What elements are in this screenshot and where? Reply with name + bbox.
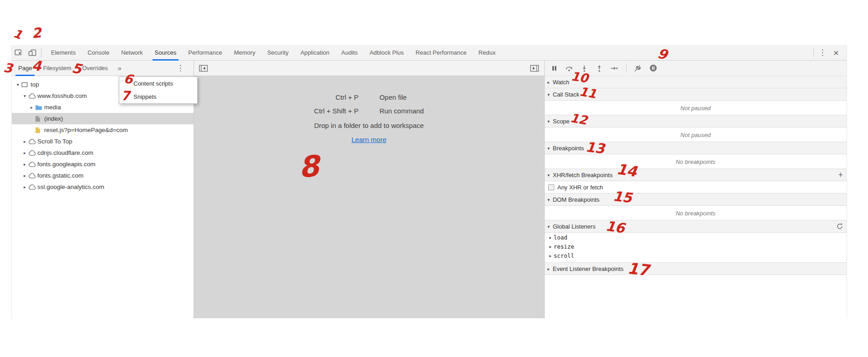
chevron-right-icon[interactable]: ▸ <box>28 105 35 110</box>
refresh-global-listeners-button[interactable] <box>837 223 843 230</box>
editor-placeholder: Ctrl + POpen fileCtrl + Shift + PRun com… <box>194 76 544 318</box>
section-placeholder: No breakpoints <box>545 154 847 169</box>
tab-security[interactable]: Security <box>261 45 295 61</box>
device-toolbar-button[interactable] <box>26 46 39 59</box>
step-out-icon <box>596 65 602 72</box>
devtools-close-button[interactable]: × <box>829 46 843 59</box>
debugger-toolbar-divider <box>626 64 627 73</box>
chevron-down-icon[interactable]: ▾ <box>21 93 28 98</box>
chevron-right-icon[interactable]: ▸ <box>21 150 28 155</box>
chevron-down-icon[interactable]: ▾ <box>15 82 21 87</box>
frame-icon <box>21 82 31 87</box>
shortcut-action: Run command <box>379 107 424 115</box>
refresh-icon <box>837 223 843 230</box>
tree-item-index[interactable]: (index) <box>12 113 194 124</box>
pause-button[interactable] <box>549 63 559 73</box>
listener-label: load <box>554 234 567 241</box>
tab-memory[interactable]: Memory <box>228 45 261 61</box>
chevron-right-icon[interactable]: ▸ <box>21 162 28 167</box>
tree-item-fonts-googleapis-com[interactable]: ▸fonts.googleapis.com <box>12 158 194 170</box>
kebab-menu-icon: ⋮ <box>819 49 827 56</box>
more-navigator-tabs-button[interactable]: » <box>113 65 126 72</box>
tab-adblock-plus[interactable]: Adblock Plus <box>363 45 409 61</box>
editor-tab-bar <box>194 61 544 76</box>
listener-load[interactable]: ▸load <box>545 233 847 242</box>
cloud-icon <box>28 173 37 178</box>
tree-item-ssl-google-analytics-com[interactable]: ▸ssl.google-analytics.com <box>12 181 194 193</box>
chevron-right-icon: ▸ <box>547 253 554 258</box>
tab-console[interactable]: Console <box>82 45 115 61</box>
folder-icon <box>35 104 44 110</box>
cloud-icon <box>28 150 37 156</box>
tree-item-scroll-to-top[interactable]: ▸Scroll To Top <box>12 136 194 147</box>
shortcut-action: Open file <box>379 93 424 101</box>
tree-item-cdnjs-cloudflare-com[interactable]: ▸cdnjs.cloudflare.com <box>12 147 194 158</box>
pause-on-exceptions-button[interactable] <box>648 63 659 73</box>
devtools-more-options-button[interactable]: ⋮ <box>816 46 829 59</box>
tab-react-performance[interactable]: React Performance <box>410 45 473 61</box>
tree-item-label: top <box>31 81 39 88</box>
chevron-right-icon[interactable]: ▸ <box>21 184 28 189</box>
toolbar-divider <box>41 48 41 57</box>
hide-navigator-button[interactable] <box>197 62 210 75</box>
section-header-watch[interactable]: ▸Watch <box>545 76 847 88</box>
add-xhr-breakpoint-button[interactable]: + <box>838 171 843 179</box>
tree-item-label: media <box>44 104 61 111</box>
step-button[interactable] <box>609 63 619 73</box>
section-placeholder: Not paused <box>545 128 847 142</box>
tab-redux[interactable]: Redux <box>473 45 502 61</box>
section-header-global-listeners[interactable]: ▾Global Listeners <box>545 220 847 233</box>
device-toolbar-icon <box>28 49 36 56</box>
checkbox[interactable] <box>548 184 554 190</box>
listener-scroll[interactable]: ▸scroll <box>545 251 847 260</box>
navigator-kebab-icon[interactable]: ⋮ <box>177 64 184 72</box>
section-header-xhr-fetch-breakpoints[interactable]: ▾XHR/fetch Breakpoints+ <box>545 168 847 181</box>
inspect-element-button[interactable] <box>12 46 26 59</box>
tree-item-label: fonts.gstatic.com <box>37 172 83 179</box>
file-tree: ▾top▾www.fosshub.com▸media(index)reset.j… <box>12 76 194 318</box>
debugger-sections: ▸Watch▾Call StackNot paused▾ScopeNot pau… <box>545 76 847 275</box>
chevron-right-icon[interactable]: ▸ <box>21 173 28 178</box>
chevron-right-icon[interactable]: ▸ <box>21 139 28 144</box>
section-title: Watch <box>553 79 569 86</box>
annotation-2: 2 <box>31 26 42 41</box>
chevron-down-icon: ▾ <box>545 119 553 124</box>
deactivate-breakpoints-button[interactable] <box>633 63 643 73</box>
section-header-event-listener-breakpoints[interactable]: ▸Event Listener Breakpoints <box>545 262 847 275</box>
section-header-call-stack[interactable]: ▾Call Stack <box>545 88 847 101</box>
section-title: XHR/fetch Breakpoints <box>553 172 613 178</box>
tab-elements[interactable]: Elements <box>45 45 82 61</box>
drop-hint-text: Drop in a folder to add to workspace <box>314 122 424 129</box>
section-header-scope[interactable]: ▾Scope <box>545 115 847 128</box>
pause-icon <box>551 65 557 71</box>
tree-item-label: reset.js?p=HomePage&d=com <box>44 127 128 133</box>
navigator-tab-filesystem[interactable]: Filesystem <box>37 61 77 76</box>
menu-item-content-scripts[interactable]: Content scripts <box>119 77 197 90</box>
toolbar-divider-right <box>813 48 814 57</box>
tree-item-fonts-gstatic-com[interactable]: ▸fonts.gstatic.com <box>12 170 194 181</box>
tab-application[interactable]: Application <box>295 45 336 61</box>
tab-audits[interactable]: Audits <box>335 45 363 61</box>
step-out-button[interactable] <box>594 63 604 73</box>
navigator-tab-page[interactable]: Page <box>13 61 37 76</box>
step-over-button[interactable] <box>564 63 574 73</box>
menu-item-snippets[interactable]: Snippets <box>119 90 197 103</box>
section-title: Event Listener Breakpoints <box>553 265 623 272</box>
chevron-down-icon: ▾ <box>545 197 553 202</box>
hide-debugger-button[interactable] <box>528 62 541 75</box>
step-into-button[interactable] <box>579 63 589 73</box>
main-tab-strip: ElementsConsoleNetworkSourcesPerformance… <box>45 45 501 61</box>
step-icon <box>610 65 618 71</box>
listener-resize[interactable]: ▸resize <box>545 242 847 251</box>
tab-network[interactable]: Network <box>115 45 149 61</box>
section-title: Global Listeners <box>553 223 596 230</box>
section-header-breakpoints[interactable]: ▾Breakpoints <box>545 142 847 154</box>
learn-more-link[interactable]: Learn more <box>352 136 387 143</box>
tree-item-reset-js-p-homepage-d-com[interactable]: reset.js?p=HomePage&d=com <box>12 124 194 136</box>
tab-performance[interactable]: Performance <box>182 45 228 61</box>
navigator-tab-overrides[interactable]: Overrides <box>77 61 113 76</box>
main-toolbar: ElementsConsoleNetworkSourcesPerformance… <box>12 45 847 61</box>
section-header-dom-breakpoints[interactable]: ▾DOM Breakpoints <box>545 193 847 206</box>
tree-item-label: fonts.googleapis.com <box>37 161 96 168</box>
tab-sources[interactable]: Sources <box>149 45 183 61</box>
